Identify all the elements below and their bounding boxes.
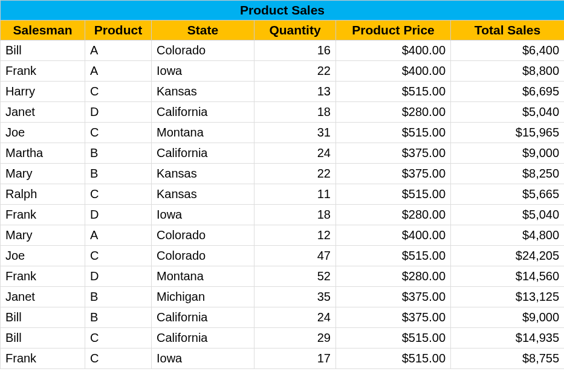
cell-salesman: Joe [1,123,85,143]
table-title-row: Product Sales [1,1,565,21]
table-row: FrankAIowa22$400.00$8,800 [1,61,565,82]
cell-product: D [85,205,152,225]
cell-salesman: Janet [1,102,85,123]
cell-total: $15,965 [451,123,565,143]
cell-state: Colorado [152,225,254,246]
table-row: BillCCalifornia29$515.00$14,935 [1,328,565,349]
cell-price: $280.00 [336,266,451,287]
cell-state: California [152,328,254,349]
cell-quantity: 35 [254,287,336,307]
cell-price: $375.00 [336,287,451,307]
cell-salesman: Mary [1,164,85,184]
cell-price: $400.00 [336,225,451,246]
cell-quantity: 52 [254,266,336,287]
cell-product: C [85,246,152,266]
cell-state: California [152,143,254,164]
cell-product: A [85,40,152,61]
cell-total: $8,755 [451,349,565,369]
cell-quantity: 12 [254,225,336,246]
cell-price: $515.00 [336,328,451,349]
cell-price: $515.00 [336,82,451,102]
product-sales-table: Product Sales Salesman Product State Qua… [0,0,564,369]
table-row: JoeCColorado47$515.00$24,205 [1,246,565,266]
table-body: BillAColorado16$400.00$6,400FrankAIowa22… [1,40,565,369]
cell-total: $13,125 [451,287,565,307]
header-quantity: Quantity [254,21,336,40]
cell-price: $280.00 [336,205,451,225]
header-product: Product [85,21,152,40]
cell-quantity: 13 [254,82,336,102]
cell-total: $9,000 [451,143,565,164]
cell-state: Iowa [152,61,254,82]
cell-total: $5,040 [451,205,565,225]
cell-price: $400.00 [336,61,451,82]
cell-salesman: Frank [1,61,85,82]
cell-total: $5,665 [451,184,565,205]
cell-salesman: Frank [1,266,85,287]
cell-salesman: Harry [1,82,85,102]
cell-product: D [85,102,152,123]
cell-quantity: 11 [254,184,336,205]
cell-salesman: Frank [1,349,85,369]
cell-quantity: 22 [254,164,336,184]
cell-quantity: 18 [254,205,336,225]
cell-quantity: 16 [254,40,336,61]
cell-product: C [85,328,152,349]
cell-total: $24,205 [451,246,565,266]
cell-product: A [85,225,152,246]
table-row: JoeCMontana31$515.00$15,965 [1,123,565,143]
cell-total: $14,560 [451,266,565,287]
cell-salesman: Mary [1,225,85,246]
cell-total: $8,250 [451,164,565,184]
header-salesman: Salesman [1,21,85,40]
cell-product: B [85,143,152,164]
cell-state: Montana [152,266,254,287]
cell-product: C [85,123,152,143]
cell-salesman: Frank [1,205,85,225]
cell-product: B [85,287,152,307]
cell-product: C [85,82,152,102]
table-row: FrankCIowa17$515.00$8,755 [1,349,565,369]
cell-total: $4,800 [451,225,565,246]
cell-price: $400.00 [336,40,451,61]
cell-salesman: Ralph [1,184,85,205]
cell-product: B [85,164,152,184]
table-row: JanetBMichigan35$375.00$13,125 [1,287,565,307]
table-row: MaryAColorado12$400.00$4,800 [1,225,565,246]
cell-price: $375.00 [336,164,451,184]
cell-price: $375.00 [336,307,451,328]
cell-salesman: Bill [1,328,85,349]
cell-product: D [85,266,152,287]
cell-price: $280.00 [336,102,451,123]
table-row: FrankDIowa18$280.00$5,040 [1,205,565,225]
cell-total: $8,800 [451,61,565,82]
table-row: JanetDCalifornia18$280.00$5,040 [1,102,565,123]
cell-price: $515.00 [336,184,451,205]
cell-quantity: 18 [254,102,336,123]
table-row: BillAColorado16$400.00$6,400 [1,40,565,61]
cell-state: California [152,102,254,123]
table-row: RalphCKansas11$515.00$5,665 [1,184,565,205]
cell-state: Montana [152,123,254,143]
header-state: State [152,21,254,40]
cell-total: $14,935 [451,328,565,349]
table-row: MaryBKansas22$375.00$8,250 [1,164,565,184]
cell-salesman: Joe [1,246,85,266]
cell-state: Kansas [152,82,254,102]
cell-quantity: 24 [254,307,336,328]
cell-quantity: 22 [254,61,336,82]
cell-state: Michigan [152,287,254,307]
cell-state: Kansas [152,164,254,184]
cell-quantity: 17 [254,349,336,369]
cell-state: Iowa [152,349,254,369]
table-title: Product Sales [1,1,565,21]
header-total: Total Sales [451,21,565,40]
cell-price: $515.00 [336,246,451,266]
cell-state: Iowa [152,205,254,225]
cell-salesman: Janet [1,287,85,307]
header-price: Product Price [336,21,451,40]
cell-product: A [85,61,152,82]
table-row: HarryCKansas13$515.00$6,695 [1,82,565,102]
cell-state: Kansas [152,184,254,205]
cell-quantity: 29 [254,328,336,349]
